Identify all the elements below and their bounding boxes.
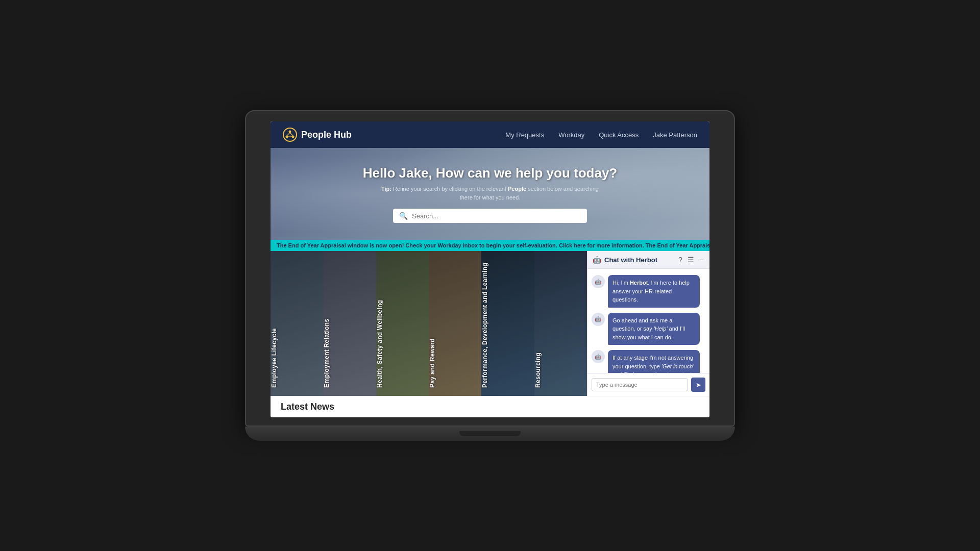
hero-section: Hello Jake, How can we help you today? T… (271, 148, 709, 240)
nav-quick-access[interactable]: Quick Access (599, 131, 639, 139)
chat-message-3: 🤖 If at any stage I'm not answering your… (592, 350, 705, 373)
laptop-notch (459, 431, 521, 436)
category-employment-relations[interactable]: Employment Relations (323, 251, 376, 396)
chat-help-button[interactable]: ? (677, 255, 683, 264)
logo: People Hub (283, 128, 505, 142)
logo-text: People Hub (301, 130, 352, 140)
send-icon: ➤ (696, 381, 701, 389)
nav-links: My Requests Workday Quick Access Jake Pa… (505, 131, 697, 139)
ticker-bar: The End of Year Appraisal window is now … (271, 240, 709, 251)
search-input[interactable] (412, 212, 581, 220)
category-label-2: Employment Relations (323, 251, 376, 396)
chat-header-actions: ? ☰ − (677, 255, 704, 264)
svg-line-4 (287, 133, 290, 136)
ticker-text: The End of Year Appraisal window is now … (277, 242, 709, 248)
hero-title: Hello Jake, How can we help you today? (363, 165, 617, 182)
svg-point-1 (289, 131, 291, 133)
category-resourcing[interactable]: Resourcing (534, 251, 587, 396)
navbar: People Hub My Requests Workday Quick Acc… (271, 121, 709, 148)
category-label-3: Health, Safety and Wellbeing (376, 251, 429, 396)
nav-workday[interactable]: Workday (558, 131, 584, 139)
chat-message-2: 🤖 Go ahead and ask me a question, or say… (592, 313, 705, 345)
laptop-container: People Hub My Requests Workday Quick Acc… (245, 110, 735, 441)
latest-news-title: Latest News (281, 402, 334, 412)
svg-point-0 (283, 128, 297, 141)
chat-bubble-2: Go ahead and ask me a question, or say '… (608, 313, 700, 345)
chat-robot-icon: 🤖 (593, 256, 601, 264)
app: People Hub My Requests Workday Quick Acc… (271, 121, 709, 417)
category-label-6: Resourcing (534, 251, 587, 396)
category-employee-lifecycle[interactable]: Employee Lifecycle (271, 251, 323, 396)
chat-bubble-3: If at any stage I'm not answering your q… (608, 350, 700, 373)
category-panels: Employee Lifecycle Employment Relations … (271, 251, 587, 396)
laptop-screen: People Hub My Requests Workday Quick Acc… (271, 121, 709, 417)
chat-message-1: 🤖 Hi, I'm Herbot. I'm here to help answe… (592, 275, 705, 308)
category-label-4: Pay and Reward (429, 251, 481, 396)
category-health-safety[interactable]: Health, Safety and Wellbeing (376, 251, 429, 396)
chat-menu-button[interactable]: ☰ (687, 255, 695, 264)
nav-my-requests[interactable]: My Requests (505, 131, 544, 139)
chat-message-input[interactable] (592, 378, 688, 391)
chat-input-area: ➤ (587, 373, 709, 396)
category-label-1: Employee Lifecycle (271, 251, 323, 396)
screen-bezel: People Hub My Requests Workday Quick Acc… (245, 110, 735, 427)
search-bar: 🔍 (393, 209, 587, 223)
chat-close-button[interactable]: − (698, 255, 704, 264)
herbot-avatar-2: 🤖 (592, 313, 605, 326)
laptop-base (245, 427, 735, 441)
search-icon: 🔍 (399, 212, 408, 220)
svg-line-5 (290, 133, 293, 136)
herbot-avatar-1: 🤖 (592, 275, 605, 288)
chat-title: Chat with Herbot (604, 256, 674, 264)
category-performance[interactable]: Performance, Development and Learning (481, 251, 534, 396)
logo-icon (283, 128, 297, 142)
category-pay-reward[interactable]: Pay and Reward (429, 251, 481, 396)
category-label-5: Performance, Development and Learning (481, 251, 534, 396)
chat-bubble-1: Hi, I'm Herbot. I'm here to help answer … (608, 275, 700, 308)
hero-tip: Tip: Refine your search by clicking on t… (378, 185, 602, 202)
chat-widget: 🤖 Chat with Herbot ? ☰ − 🤖 (587, 251, 709, 396)
chat-header: 🤖 Chat with Herbot ? ☰ − (587, 251, 709, 269)
nav-user-name[interactable]: Jake Patterson (653, 131, 697, 139)
chat-messages: 🤖 Hi, I'm Herbot. I'm here to help answe… (587, 269, 709, 373)
main-area: Employee Lifecycle Employment Relations … (271, 251, 709, 396)
latest-news-section: Latest News (271, 396, 709, 417)
chat-send-button[interactable]: ➤ (691, 378, 705, 392)
herbot-avatar-3: 🤖 (592, 350, 605, 363)
